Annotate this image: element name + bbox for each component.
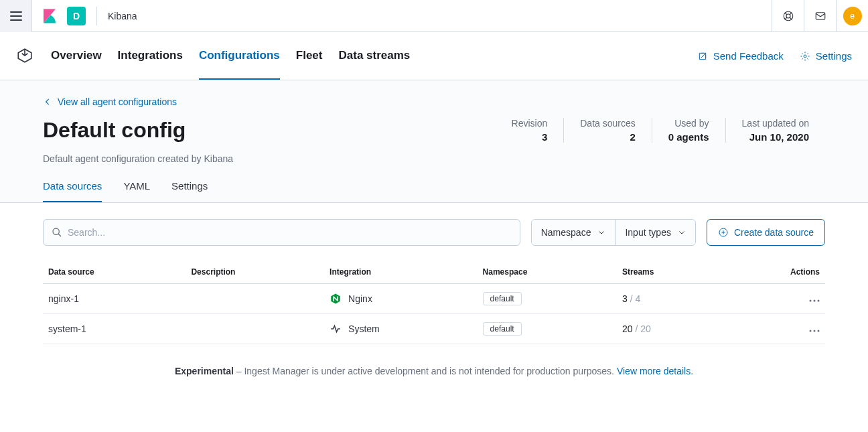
send-feedback-label: Send Feedback [713, 50, 784, 62]
send-feedback-link[interactable]: Send Feedback [697, 50, 784, 62]
back-link-label: View all agent configurations [58, 96, 177, 107]
cell-actions [724, 314, 825, 344]
gear-icon [800, 51, 810, 62]
col-namespace[interactable]: Namespace [478, 262, 617, 284]
svg-line-2 [784, 12, 786, 14]
filter-group: Namespace Input types [531, 219, 696, 246]
avatar: e [843, 7, 862, 25]
stat-label: Data sources [580, 118, 635, 129]
table-row: system-1Systemdefault20 / 20 [43, 314, 825, 344]
namespace-badge: default [483, 292, 522, 305]
cell-actions [724, 284, 825, 314]
stat-data-sources: Data sources2 [563, 118, 651, 143]
space-selector[interactable]: D [67, 7, 86, 25]
svg-point-16 [810, 330, 812, 332]
app-nav: OverviewIntegrationsConfigurationsFleetD… [0, 32, 868, 80]
svg-point-18 [818, 330, 820, 332]
stat-label: Used by [668, 118, 709, 129]
tab-data-sources[interactable]: Data sources [43, 180, 102, 202]
integration-name: System [348, 323, 380, 334]
svg-point-13 [810, 300, 812, 302]
lifebuoy-icon [782, 10, 794, 22]
cell-description [186, 314, 324, 344]
stat-value: 2 [580, 131, 635, 143]
nav-tab-configurations[interactable]: Configurations [199, 32, 280, 80]
stat-revision: Revision3 [496, 118, 564, 143]
table-row: nginx-1Nginxdefault3 / 4 [43, 284, 825, 314]
integration-name: Nginx [348, 293, 372, 304]
nav-tab-integrations[interactable]: Integrations [118, 32, 183, 80]
cell-name[interactable]: nginx-1 [43, 284, 186, 314]
divider [96, 7, 97, 25]
kibana-logo[interactable] [40, 7, 59, 25]
col-streams[interactable]: Streams [617, 262, 724, 284]
dots-horizontal-icon [809, 330, 820, 332]
col-integration[interactable]: Integration [324, 262, 478, 284]
cell-name[interactable]: system-1 [43, 314, 186, 344]
stat-last-updated-on: Last updated onJun 10, 2020 [725, 118, 825, 143]
cell-integration[interactable]: System [324, 314, 478, 344]
settings-link[interactable]: Settings [800, 50, 852, 62]
create-data-source-button[interactable]: Create data source [707, 219, 825, 246]
stat-label: Revision [512, 118, 548, 129]
search-input[interactable] [68, 227, 512, 238]
stat-value: 3 [512, 131, 548, 143]
search-icon [52, 227, 62, 238]
user-menu[interactable]: e [836, 0, 868, 32]
row-actions-button[interactable] [809, 323, 820, 334]
page-description: Default agent configuration created by K… [43, 153, 825, 164]
cell-namespace: default [478, 284, 617, 314]
chevron-left-icon [43, 97, 52, 106]
menu-toggle[interactable] [0, 0, 32, 32]
nav-tab-overview[interactable]: Overview [51, 32, 102, 80]
col-description[interactable]: Description [186, 262, 324, 284]
stat-value: Jun 10, 2020 [742, 131, 809, 143]
col-data-source[interactable]: Data source [43, 262, 186, 284]
tab-yaml[interactable]: YAML [123, 180, 150, 202]
cell-namespace: default [478, 314, 617, 344]
namespace-filter-label: Namespace [541, 227, 591, 238]
experimental-notice: Experimental – Ingest Manager is under a… [43, 366, 825, 376]
cell-description [186, 284, 324, 314]
breadcrumb-app[interactable]: Kibana [108, 11, 137, 21]
tab-settings[interactable]: Settings [171, 180, 208, 202]
create-button-label: Create data source [734, 227, 814, 238]
svg-line-9 [58, 234, 61, 236]
cell-streams: 3 / 4 [617, 284, 724, 314]
row-actions-button[interactable] [809, 293, 820, 304]
notice-link[interactable]: View more details. [617, 366, 693, 376]
nginx-icon [330, 293, 342, 305]
namespace-filter[interactable]: Namespace [532, 220, 616, 245]
settings-label: Settings [816, 50, 852, 62]
data-sources-table: Data source Description Integration Name… [43, 262, 825, 344]
svg-point-1 [786, 14, 790, 18]
content: Namespace Input types Create data source… [0, 203, 868, 392]
namespace-badge: default [483, 322, 522, 336]
input-types-filter[interactable]: Input types [615, 220, 695, 245]
nav-tab-data-streams[interactable]: Data streams [338, 32, 410, 80]
cell-integration[interactable]: Nginx [324, 284, 478, 314]
top-header: D Kibana e [0, 0, 868, 32]
dots-horizontal-icon [809, 299, 820, 302]
back-link[interactable]: View all agent configurations [43, 96, 177, 107]
nav-tab-fleet[interactable]: Fleet [296, 32, 323, 80]
notice-bold: Experimental [175, 366, 234, 376]
svg-line-4 [784, 17, 786, 19]
external-link-icon [697, 51, 708, 62]
svg-line-3 [790, 17, 792, 19]
page-title: Default config [43, 118, 186, 143]
cell-streams: 20 / 20 [617, 314, 724, 344]
svg-point-14 [814, 300, 816, 302]
svg-point-15 [818, 300, 820, 302]
newsfeed-button[interactable] [804, 0, 836, 32]
search-box[interactable] [43, 219, 520, 246]
stat-used-by: Used by0 agents [652, 118, 725, 143]
ingest-manager-icon [16, 47, 35, 66]
page-hero: View all agent configurations Default co… [0, 80, 868, 203]
help-button[interactable] [772, 0, 804, 32]
chevron-down-icon [597, 228, 605, 236]
svg-point-17 [814, 330, 816, 332]
svg-point-8 [53, 228, 59, 234]
hamburger-icon [10, 11, 22, 21]
notice-text: – Ingest Manager is under active develop… [234, 366, 617, 376]
